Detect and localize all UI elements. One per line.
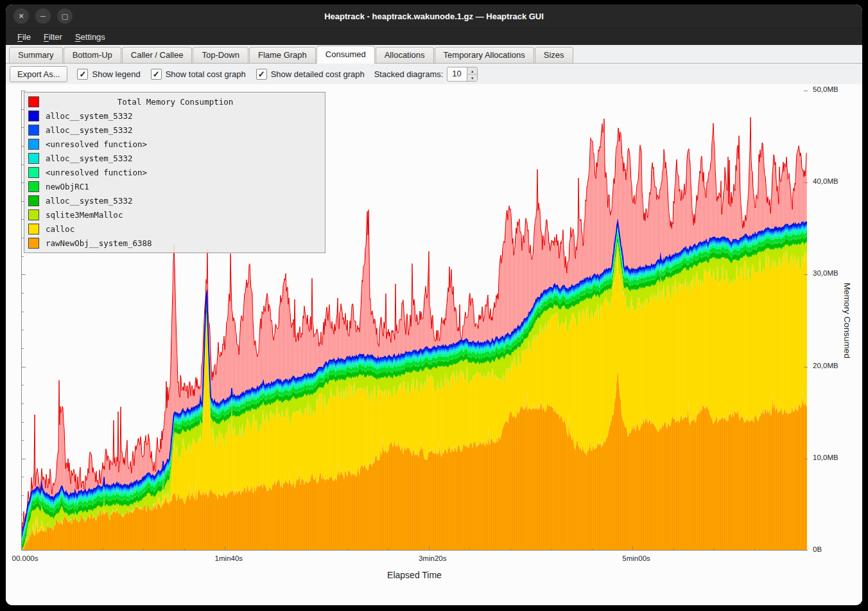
checkbox-show-total-cost-graph[interactable]: ✓Show total cost graph <box>151 69 246 80</box>
checkbox-show-legend[interactable]: ✓Show legend <box>77 69 140 80</box>
y-axis-label: 30,0MB <box>813 269 838 277</box>
checkbox-label: Show detailed cost graph <box>271 69 365 79</box>
stacked-diagrams-label: Stacked diagrams: <box>374 69 444 79</box>
checkbox-box[interactable]: ✓ <box>77 69 88 80</box>
legend-label: newObjRC1 <box>46 182 89 191</box>
legend-item: <unresolved function> <box>24 165 325 179</box>
stacked-diagrams-value[interactable]: 10 <box>447 67 467 81</box>
y-axis-label: 0B <box>813 545 822 553</box>
legend-title-row: Total Memory Consumption <box>24 94 325 109</box>
screen: ✕─▢ Heaptrack - heaptrack.wakunode.1.gz … <box>0 0 868 611</box>
titlebar[interactable]: ✕─▢ Heaptrack - heaptrack.wakunode.1.gz … <box>6 4 862 28</box>
heaptrack-window: ✕─▢ Heaptrack - heaptrack.wakunode.1.gz … <box>6 4 862 605</box>
legend-swatch <box>28 238 39 249</box>
consumed-chart: Total Memory Consumption alloc__system_5… <box>6 84 862 605</box>
stacked-diagrams-spinbox[interactable]: 10 ▴ ▾ <box>447 67 478 82</box>
legend-swatch <box>28 181 39 192</box>
x-axis-label: 5min00s <box>622 554 650 562</box>
toolbar: Export As... ✓Show legend✓Show total cos… <box>6 64 862 85</box>
chart-legend: Total Memory Consumption alloc__system_5… <box>24 92 326 253</box>
window-title: Heaptrack - heaptrack.wakunode.1.gz — He… <box>6 4 862 28</box>
x-axis-label: 3min20s <box>419 554 446 562</box>
menu-item-filter[interactable]: Filter <box>37 28 69 45</box>
legend-swatch <box>28 125 39 136</box>
legend-item: <unresolved function> <box>24 137 325 151</box>
legend-total-swatch <box>28 96 39 107</box>
spinner-up-icon[interactable]: ▴ <box>467 67 477 75</box>
legend-swatch <box>28 209 39 220</box>
y-axis-label: 50,0MB <box>813 85 838 93</box>
spinner-buttons: ▴ ▾ <box>467 67 477 81</box>
menu-item-settings[interactable]: Settings <box>69 28 112 45</box>
legend-label: alloc__system_5332 <box>46 111 132 121</box>
stacked-diagrams-control: Stacked diagrams: 10 ▴ ▾ <box>374 67 478 82</box>
legend-item: alloc__system_5332 <box>24 123 325 137</box>
legend-title: Total Memory Consumption <box>46 97 305 107</box>
menu-item-file[interactable]: File <box>11 28 37 45</box>
legend-swatch <box>28 195 39 206</box>
checkbox-box[interactable]: ✓ <box>151 69 162 80</box>
toolbar-checkboxes: ✓Show legend✓Show total cost graph✓Show … <box>77 69 364 80</box>
tab-temporary-allocations[interactable]: Temporary Allocations <box>435 47 534 63</box>
legend-item: alloc__system_5332 <box>24 193 325 208</box>
legend-swatch <box>28 167 39 178</box>
tab-bar: SummaryBottom-UpCaller / CalleeTop-DownF… <box>6 45 862 64</box>
tab-bottom-up[interactable]: Bottom-Up <box>64 47 121 63</box>
legend-label: calloc <box>46 224 74 234</box>
legend-swatch <box>28 153 39 164</box>
legend-swatch <box>28 224 39 235</box>
legend-item: sqlite3MemMalloc <box>24 208 325 222</box>
checkbox-box[interactable]: ✓ <box>256 69 267 80</box>
legend-label: <unresolved function> <box>46 168 147 177</box>
tab-sizes[interactable]: Sizes <box>535 47 573 63</box>
y-axis-label: 20,0MB <box>813 362 838 369</box>
legend-swatch <box>28 111 39 121</box>
y-axis-label: 10,0MB <box>813 454 838 461</box>
spinner-down-icon[interactable]: ▾ <box>467 75 477 81</box>
legend-item: alloc__system_5332 <box>24 109 325 123</box>
legend-label: rawNewObj__system_6388 <box>46 238 152 248</box>
legend-swatch <box>28 139 39 150</box>
legend-item: rawNewObj__system_6388 <box>24 236 325 250</box>
menu-bar: FileFilterSettings <box>6 28 862 45</box>
tab-top-down[interactable]: Top-Down <box>193 47 248 63</box>
legend-item: calloc <box>24 222 325 236</box>
legend-label: sqlite3MemMalloc <box>46 210 123 220</box>
x-axis-label: 1min40s <box>215 554 243 562</box>
y-axis-title: Memory Consumed <box>842 283 852 359</box>
checkbox-label: Show legend <box>92 69 140 79</box>
legend-items: alloc__system_5332alloc__system_5332<unr… <box>24 109 325 250</box>
legend-label: alloc__system_5332 <box>46 196 132 206</box>
legend-item: alloc__system_5332 <box>24 151 325 165</box>
export-as-button[interactable]: Export As... <box>10 66 67 82</box>
tab-allocations[interactable]: Allocations <box>376 47 434 63</box>
tab-summary[interactable]: Summary <box>9 47 63 63</box>
legend-label: <unresolved function> <box>46 139 147 149</box>
checkbox-show-detailed-cost-graph[interactable]: ✓Show detailed cost graph <box>256 69 365 80</box>
x-axis-label: 00.000s <box>12 554 39 562</box>
tab-caller-callee[interactable]: Caller / Callee <box>122 47 193 63</box>
checkbox-label: Show total cost graph <box>166 69 246 79</box>
x-axis-title: Elapsed Time <box>21 570 808 580</box>
y-axis-label: 40,0MB <box>813 177 838 185</box>
tab-flame-graph[interactable]: Flame Graph <box>249 47 316 63</box>
tab-consumed[interactable]: Consumed <box>317 46 375 64</box>
legend-label: alloc__system_5332 <box>46 125 132 135</box>
legend-item: newObjRC1 <box>24 179 325 193</box>
legend-label: alloc__system_5332 <box>46 154 132 163</box>
